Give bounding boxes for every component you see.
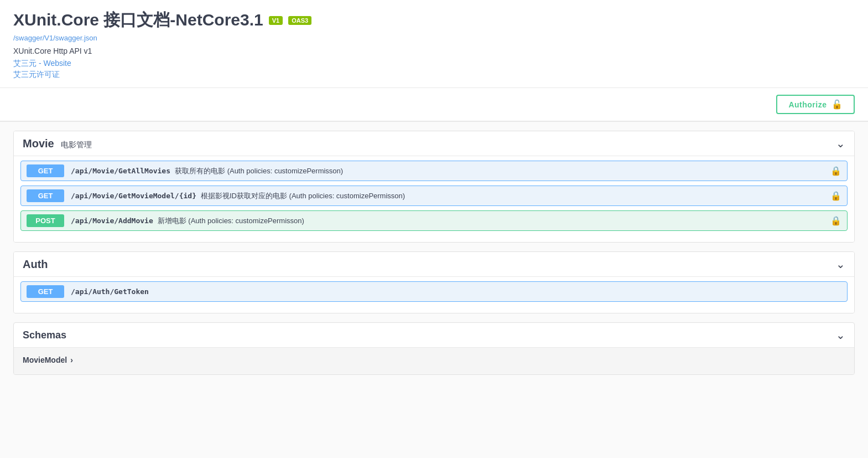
schema-item-moviemodel[interactable]: MovieModel ›	[23, 352, 845, 368]
endpoint-path-add-movie: /api/Movie/AddMovie	[71, 217, 153, 225]
method-badge-get-token: GET	[27, 285, 64, 298]
endpoint-row-get-movie-model[interactable]: GET /api/Movie/GetMovieModel/{id} 根据影视ID…	[20, 186, 848, 206]
badge-oas3: OAS3	[288, 16, 311, 25]
section-movie: Movie 电影管理 ⌄ GET /api/Movie/GetAllMovies…	[13, 131, 855, 243]
lock-icon-get-movie-model: 🔒	[830, 191, 841, 201]
schemas-title: Schemas	[23, 330, 66, 341]
chevron-down-icon-auth: ⌄	[836, 258, 845, 271]
method-badge-add-movie: POST	[27, 214, 64, 227]
endpoint-desc-add-movie: 新增电影 (Auth policies: customizePermisson)	[158, 216, 304, 226]
method-badge-get-all-movies: GET	[27, 164, 64, 177]
section-auth-body: GET /api/Auth/GetToken	[14, 276, 854, 313]
endpoint-row-get-all-movies[interactable]: GET /api/Movie/GetAllMovies 获取所有的电影 (Aut…	[20, 161, 848, 181]
swagger-url: /swagger/V1/swagger.json	[13, 34, 855, 42]
endpoint-desc-get-all-movies: 获取所有的电影 (Auth policies: customizePermiss…	[175, 166, 343, 176]
section-auth-header[interactable]: Auth ⌄	[14, 252, 854, 276]
section-auth-title: Auth	[23, 258, 48, 270]
method-badge-get-movie-model: GET	[27, 189, 64, 202]
endpoint-desc-get-movie-model: 根据影视ID获取对应的电影 (Auth policies: customizeP…	[201, 191, 405, 201]
schema-moviemodel-name: MovieModel	[23, 356, 67, 364]
page-title: XUnit.Core 接口文档-NetCore3.1	[13, 9, 263, 32]
schemas-header[interactable]: Schemas ⌄	[14, 323, 854, 347]
section-movie-title: Movie	[23, 137, 54, 150]
endpoint-row-add-movie[interactable]: POST /api/Movie/AddMovie 新增电影 (Auth poli…	[20, 210, 848, 231]
swagger-url-link[interactable]: /swagger/V1/swagger.json	[13, 34, 97, 42]
authorize-button[interactable]: Authorize 🔓	[776, 95, 855, 114]
contact-license-link[interactable]: 艾三元许可证	[13, 70, 855, 80]
contact-name-link[interactable]: 艾三元 - Website	[13, 59, 855, 69]
authorize-section: Authorize 🔓	[0, 88, 868, 122]
chevron-down-icon-movie: ⌄	[836, 137, 845, 150]
section-auth: Auth ⌄ GET /api/Auth/GetToken	[13, 251, 855, 313]
lock-icon: 🔓	[831, 99, 843, 110]
section-movie-header[interactable]: Movie 电影管理 ⌄	[14, 131, 854, 156]
contact-links: 艾三元 - Website 艾三元许可证	[13, 59, 855, 80]
badge-v1: V1	[269, 16, 283, 25]
endpoint-path-get-all-movies: /api/Movie/GetAllMovies	[71, 167, 170, 175]
section-movie-subtitle: 电影管理	[61, 140, 92, 149]
schema-arrow-icon: ›	[70, 356, 73, 364]
lock-icon-add-movie: 🔒	[830, 215, 841, 226]
lock-icon-get-all-movies: 🔒	[830, 166, 841, 176]
schemas-body: MovieModel ›	[14, 347, 854, 374]
endpoint-path-get-token: /api/Auth/GetToken	[71, 287, 149, 296]
top-bar: XUnit.Core 接口文档-NetCore3.1 V1 OAS3 /swag…	[0, 0, 868, 88]
description: XUnit.Core Http API v1	[13, 47, 855, 55]
endpoint-path-get-movie-model: /api/Movie/GetMovieModel/{id}	[71, 192, 196, 200]
authorize-label: Authorize	[788, 100, 827, 109]
section-movie-body: GET /api/Movie/GetAllMovies 获取所有的电影 (Aut…	[14, 156, 854, 242]
chevron-down-icon-schemas: ⌄	[836, 328, 845, 342]
content: Movie 电影管理 ⌄ GET /api/Movie/GetAllMovies…	[0, 122, 868, 384]
schemas-section: Schemas ⌄ MovieModel ›	[13, 322, 855, 375]
endpoint-row-get-token[interactable]: GET /api/Auth/GetToken	[20, 281, 848, 302]
